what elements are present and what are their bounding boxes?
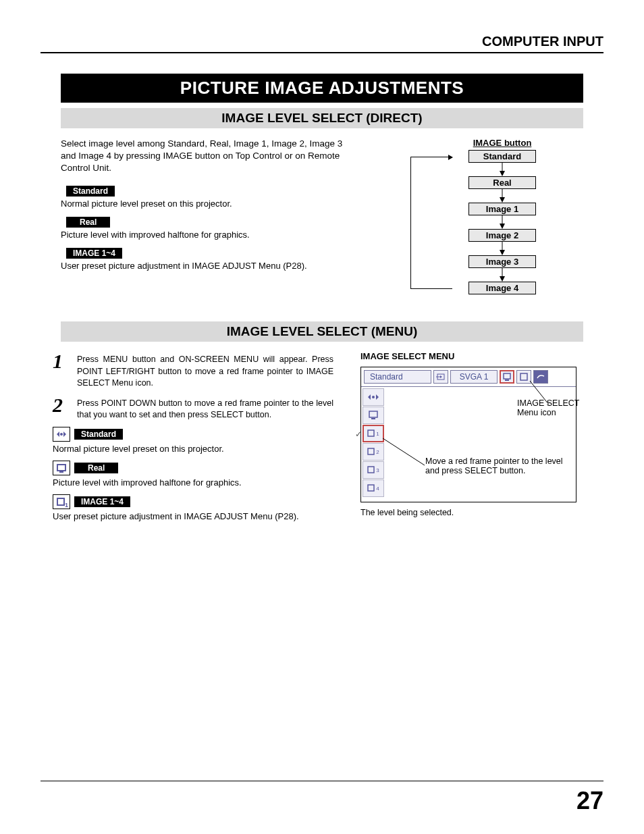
svg-rect-30 bbox=[368, 485, 374, 491]
step-num-2: 2 bbox=[53, 395, 77, 415]
svg-rect-26 bbox=[371, 418, 375, 419]
svg-rect-27 bbox=[368, 430, 374, 436]
svg-rect-25 bbox=[369, 411, 377, 417]
callout-1: IMAGE SELECT Menu icon bbox=[517, 398, 591, 417]
menu-topbar: Standard SVGA 1 bbox=[361, 367, 576, 387]
svg-rect-19 bbox=[504, 373, 510, 379]
callout-2: Move a red frame pointer to the level an… bbox=[425, 457, 574, 475]
standard-icon bbox=[53, 427, 70, 442]
svg-marker-9 bbox=[500, 276, 505, 282]
menu-input-icon bbox=[433, 370, 448, 384]
svg-rect-28 bbox=[368, 448, 374, 454]
page-number: 27 bbox=[576, 787, 603, 815]
svg-marker-10 bbox=[57, 432, 59, 437]
svg-marker-3 bbox=[500, 197, 505, 203]
flow-title: IMAGE button bbox=[473, 138, 532, 148]
arrow-down-icon bbox=[499, 163, 506, 176]
svg-rect-15 bbox=[57, 498, 64, 505]
menu-screenshot: Standard SVGA 1 bbox=[360, 367, 576, 502]
svg-marker-5 bbox=[500, 224, 505, 229]
flow-chart: IMAGE button Standard Real Image 1 Image… bbox=[374, 138, 603, 294]
arrow-down-icon bbox=[499, 189, 506, 203]
arrow-down-icon bbox=[499, 268, 506, 282]
svg-rect-14 bbox=[59, 471, 63, 473]
step-num-1: 1 bbox=[53, 351, 77, 371]
step-2: 2 Press POINT DOWN button to move a red … bbox=[53, 395, 347, 421]
side-icon-image1: ✓ 1 bbox=[363, 425, 384, 442]
section2-heading: IMAGE LEVEL SELECT (MENU) bbox=[61, 321, 583, 342]
image1-icon: 1 bbox=[53, 494, 70, 509]
flow-loop-bottom bbox=[410, 288, 452, 289]
s2-mode-label-image14: IMAGE 1~4 bbox=[74, 496, 130, 507]
menu-mode-label: Standard bbox=[364, 370, 431, 384]
menu-caption: The level being selected. bbox=[360, 508, 603, 517]
section1-intro: Select image level among Standard, Real,… bbox=[61, 138, 351, 175]
mode-desc-image14: User preset picture adjustment in IMAGE … bbox=[61, 261, 360, 271]
bottom-rule bbox=[41, 781, 603, 781]
svg-marker-24 bbox=[376, 394, 379, 400]
arrow-down-icon bbox=[499, 242, 506, 255]
side-icon-standard bbox=[363, 388, 384, 406]
svg-rect-20 bbox=[505, 380, 509, 381]
menu-side-icons: ✓ 1 2 3 4 bbox=[361, 387, 385, 502]
real-icon bbox=[53, 461, 70, 475]
svg-point-23 bbox=[372, 396, 375, 398]
svg-rect-29 bbox=[368, 467, 374, 473]
flow-loop-line bbox=[410, 157, 411, 289]
top-rule bbox=[41, 52, 603, 53]
arrow-down-icon bbox=[499, 215, 506, 229]
flow-box-4: Image 3 bbox=[468, 255, 536, 268]
menu-imageselect-icon bbox=[500, 370, 514, 384]
s2-mode-label-real: Real bbox=[74, 463, 118, 473]
side-icon-real bbox=[363, 407, 384, 424]
section1-heading: IMAGE LEVEL SELECT (DIRECT) bbox=[61, 108, 583, 128]
menu-signal-label: SVGA 1 bbox=[450, 370, 498, 384]
mode-label-real: Real bbox=[66, 217, 110, 228]
svg-marker-18 bbox=[440, 375, 442, 378]
step-text-1: Press MENU button and ON-SCREEN MENU wil… bbox=[77, 351, 333, 390]
mode-label-image14: IMAGE 1~4 bbox=[66, 248, 122, 259]
s2-mode-desc-standard: Normal picture level preset on this proj… bbox=[53, 444, 347, 454]
mode-desc-real: Picture level with improved halftone for… bbox=[61, 230, 360, 240]
svg-marker-7 bbox=[500, 250, 505, 255]
svg-point-11 bbox=[60, 433, 63, 436]
check-icon: ✓ bbox=[355, 429, 362, 439]
svg-rect-13 bbox=[57, 465, 65, 471]
flow-box-1: Real bbox=[468, 176, 536, 189]
flow-box-2: Image 1 bbox=[468, 203, 536, 215]
flow-loop-top bbox=[410, 157, 452, 157]
header-section: COMPUTER INPUT bbox=[41, 34, 603, 49]
flow-box-0: Standard bbox=[468, 150, 536, 163]
menu-heading: IMAGE SELECT MENU bbox=[360, 351, 603, 361]
flow-box-5: Image 4 bbox=[468, 282, 536, 294]
svg-marker-12 bbox=[63, 432, 66, 437]
side-icon-image2: 2 bbox=[363, 443, 384, 461]
menu-setting-icon bbox=[533, 370, 548, 384]
svg-rect-21 bbox=[520, 373, 527, 380]
mode-label-standard: Standard bbox=[66, 186, 115, 197]
main-title: PICTURE IMAGE ADJUSTMENTS bbox=[61, 74, 583, 103]
step-1: 1 Press MENU button and ON-SCREEN MENU w… bbox=[53, 351, 347, 390]
flow-box-3: Image 2 bbox=[468, 229, 536, 242]
s2-mode-label-standard: Standard bbox=[74, 429, 123, 440]
menu-screen-icon bbox=[516, 370, 531, 384]
svg-marker-22 bbox=[368, 394, 371, 400]
s2-mode-desc-image14: User preset picture adjustment in IMAGE … bbox=[53, 511, 347, 521]
step-text-2: Press POINT DOWN button to move a red fr… bbox=[77, 395, 333, 421]
mode-desc-standard: Normal picture level preset on this proj… bbox=[61, 199, 360, 209]
side-icon-image4: 4 bbox=[363, 479, 384, 497]
side-icon-image3: 3 bbox=[363, 461, 384, 479]
s2-mode-desc-real: Picture level with improved halftone for… bbox=[53, 477, 347, 488]
svg-marker-1 bbox=[500, 171, 505, 176]
